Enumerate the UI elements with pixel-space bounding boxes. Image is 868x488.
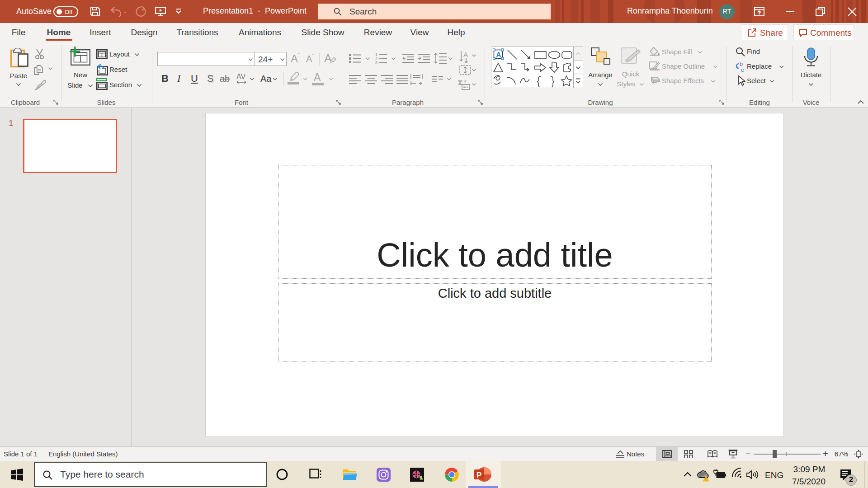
- svg-text:A: A: [496, 51, 501, 59]
- svg-text:AV: AV: [236, 73, 245, 80]
- svg-text:P: P: [476, 471, 481, 479]
- svg-text:3: 3: [375, 61, 377, 64]
- svg-text:A: A: [463, 51, 468, 58]
- svg-text:c: c: [741, 66, 744, 72]
